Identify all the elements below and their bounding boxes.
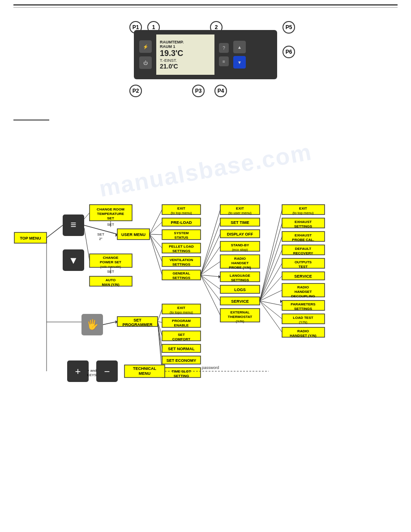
svg-text:−: − (104, 366, 110, 377)
room-label: RAUMTEMP. (160, 40, 211, 44)
svg-line-11 (84, 213, 90, 219)
svg-line-113 (201, 275, 220, 277)
callout-p2: P2 (129, 85, 142, 97)
svg-text:SET: SET (178, 333, 185, 337)
panel-diagram: P1 1 2 P5 P2 P3 P4 P6 ⚡ ⏻ RAUMTEMP. RAUM… (111, 17, 300, 106)
svg-text:USER MENU: USER MENU (121, 232, 146, 237)
svg-text:HANDSET (Y/N): HANDSET (Y/N) (290, 334, 317, 338)
svg-text:CHANGE ROOM: CHANGE ROOM (97, 207, 124, 211)
svg-text:SETTINGS: SETTINGS (172, 262, 191, 266)
button-p2[interactable]: ⏻ (139, 56, 152, 69)
svg-text:(Y/N): (Y/N) (299, 320, 308, 324)
button-p1[interactable]: ⚡ (139, 40, 152, 53)
left-buttons: ⚡ ⏻ (139, 40, 152, 69)
svg-text:PROGRAMMER: PROGRAMMER (123, 322, 153, 327)
svg-text:EXIT: EXIT (177, 206, 185, 210)
svg-line-59 (150, 234, 162, 262)
svg-text:LANGUAGE: LANGUAGE (230, 274, 250, 278)
svg-text:AUTO: AUTO (106, 278, 116, 282)
svg-text:(Y/N): (Y/N) (236, 319, 244, 323)
svg-text:DECOUPLING: DECOUPLING (291, 294, 315, 298)
svg-text:TEST: TEST (299, 265, 308, 269)
svg-text:DEFAULT: DEFAULT (295, 247, 311, 251)
svg-text:STATUS: STATUS (175, 236, 188, 240)
svg-text:SETTINGS: SETTINGS (231, 278, 249, 282)
control-box: ⚡ ⏻ RAUMTEMP. RAUM 1 19.3'C T.-EINST. 21… (134, 30, 277, 79)
callout-p5: P5 (283, 21, 295, 34)
svg-line-108 (201, 210, 220, 275)
svg-text:KEYS: KEYS (87, 373, 96, 377)
svg-text:(to user menu): (to user menu) (228, 211, 252, 215)
button-p5-up[interactable]: ▲ (233, 41, 246, 53)
svg-text:SET: SET (133, 318, 141, 322)
top-border (13, 4, 398, 5)
panel-section: P1 1 2 P5 P2 P3 P4 P6 ⚡ ⏻ RAUMTEMP. RAUM… (0, 17, 411, 106)
svg-text:(to top menu): (to top menu) (171, 211, 192, 215)
svg-text:LOAD TEST: LOAD TEST (293, 316, 313, 320)
svg-text:(to top menu): (to top menu) (292, 211, 314, 215)
svg-text:+: + (75, 366, 81, 377)
svg-line-36 (103, 322, 117, 325)
svg-text:▼: ▼ (68, 255, 78, 266)
svg-line-116 (201, 275, 220, 315)
svg-text:(eco stop): (eco stop) (232, 248, 248, 252)
svg-text:PROBE CAL.: PROBE CAL. (292, 238, 314, 242)
svg-text:RADIO: RADIO (297, 329, 309, 333)
svg-line-55 (150, 210, 162, 234)
svg-text:STAND-BY: STAND-BY (231, 243, 249, 247)
svg-line-112 (201, 262, 220, 275)
svg-text:PRE-LOAD: PRE-LOAD (171, 220, 193, 225)
svg-text:PELLET LOAD: PELLET LOAD (169, 245, 194, 249)
svg-text:SETTINGS: SETTINGS (172, 276, 191, 280)
svg-text:MENU: MENU (139, 371, 151, 376)
svg-text:ENABLE: ENABLE (174, 323, 189, 327)
svg-line-156 (260, 301, 282, 319)
svg-text:PROBE (Y/N): PROBE (Y/N) (229, 266, 251, 270)
svg-text:SYSTEM: SYSTEM (174, 231, 189, 235)
svg-text:PARAMETERS: PARAMETERS (291, 302, 316, 306)
svg-text:SETTINGS: SETTINGS (172, 249, 191, 253)
svg-line-109 (201, 222, 220, 275)
svg-text:(to topo menu): (to topo menu) (170, 310, 193, 314)
svg-text:SET: SET (107, 216, 114, 220)
svg-text:EXIT: EXIT (236, 206, 244, 210)
middle-buttons: ? ≡ (219, 43, 229, 66)
svg-line-149 (260, 223, 282, 301)
svg-text:EXTERNAL: EXTERNAL (230, 310, 249, 314)
button-p3[interactable]: ? (219, 43, 229, 53)
svg-text:EXIT: EXIT (177, 306, 185, 310)
svg-text:SET ECONOMY: SET ECONOMY (167, 358, 197, 363)
svg-text:OUTPUTS: OUTPUTS (295, 260, 312, 264)
svg-text:SET NORMAL: SET NORMAL (168, 347, 195, 351)
svg-line-114 (201, 275, 220, 289)
callout-p4: P4 (214, 85, 227, 97)
svg-line-155 (260, 301, 282, 305)
svg-text:RADIO: RADIO (234, 257, 246, 261)
menu-underline (13, 120, 49, 120)
current-temp: 19.3'C (160, 49, 211, 58)
svg-text:THERMOSTAT: THERMOSTAT (228, 315, 252, 319)
t-einst-label: T.-EINST. (160, 58, 211, 63)
button-p4[interactable]: ≡ (219, 56, 229, 66)
svg-line-60 (150, 234, 162, 275)
svg-line-110 (201, 234, 220, 275)
button-p6-down[interactable]: ▼ (233, 56, 246, 69)
svg-line-28 (84, 228, 90, 261)
svg-text:RECOVERY: RECOVERY (293, 251, 313, 255)
svg-text:DISPLAY OFF: DISPLAY OFF (227, 232, 253, 236)
svg-text:CHANGE: CHANGE (103, 256, 119, 260)
svg-line-3 (47, 225, 63, 238)
top-menu-label: TOP MENU (20, 236, 41, 240)
svg-line-115 (201, 275, 220, 301)
svg-text:SETTING: SETTING (174, 374, 189, 378)
svg-line-58 (150, 234, 162, 248)
svg-text:SET: SET (97, 232, 104, 236)
svg-text:2": 2" (99, 237, 102, 241)
svg-line-111 (201, 246, 220, 275)
svg-line-148 (260, 210, 282, 301)
room-num: RAUM 1 (160, 44, 211, 49)
svg-text:SETTINGS: SETTINGS (294, 307, 313, 311)
svg-text:EXHAUST: EXHAUST (295, 233, 312, 237)
svg-text:SERVICE: SERVICE (294, 274, 312, 279)
svg-line-56 (150, 222, 162, 234)
